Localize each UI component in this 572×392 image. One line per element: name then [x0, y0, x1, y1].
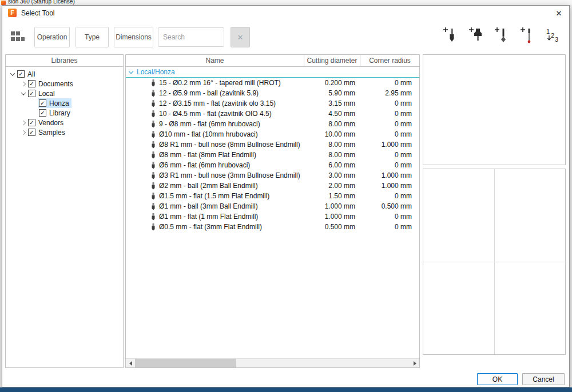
close-button[interactable]: ✕ [553, 7, 565, 19]
group-row-local-honza[interactable]: Local/Honza [126, 67, 419, 78]
cell-name: 12 - Ø3.15 mm - flat (zavitnik olo 3.15) [159, 99, 276, 107]
tool-row[interactable]: 10 - Ø4.5 mm - flat (zavitnik OIO 4.5) 4… [126, 109, 419, 119]
checkbox-icon[interactable]: ✓ [39, 109, 46, 117]
toolbar: Operation Type Dimensions ✕ [2, 21, 569, 54]
cell-name: Ø1 mm - flat (1 mm Flat Endmill) [159, 213, 258, 221]
tool-icon [151, 213, 156, 221]
tree-item-local[interactable]: ✓ Local [6, 89, 123, 98]
library-tree: ✓ All ✓ Documents ✓ Local ✓ Honza ✓ Libr… [6, 67, 123, 137]
tool-icon [151, 193, 156, 200]
checkbox-icon[interactable]: ✓ [28, 119, 35, 126]
cell-name: 15 - Ø0.2 mm 16° - tapered mill (HROT) [159, 79, 281, 87]
cancel-button[interactable]: Cancel [522, 373, 565, 385]
tool-row[interactable]: Ø6 mm - flat (6mm hrubovaci) 6.00 mm 0 m… [126, 160, 419, 170]
group-label: Local/Honza [137, 68, 175, 76]
tool-icon [151, 162, 156, 169]
tree-item-label: Local [38, 90, 55, 98]
cell-corner-radius: 1.000 mm [360, 171, 419, 179]
tree-expander-icon[interactable] [21, 81, 25, 86]
add-turning-tool-button[interactable] [492, 25, 510, 48]
ok-button[interactable]: OK [477, 373, 518, 385]
renumber-tools-button[interactable]: 1 2 3 [544, 25, 561, 48]
cell-name: 12 - Ø5.9 mm - ball (zavitnik 5.9) [159, 89, 259, 97]
tool-icon [151, 182, 156, 190]
checkbox-icon[interactable]: ✓ [28, 90, 35, 97]
dimensions-filter-button[interactable]: Dimensions [114, 27, 153, 47]
scrollbar-thumb[interactable] [135, 359, 236, 367]
tool-icon [151, 203, 156, 210]
tool-table-panel: Name Cutting diameter Corner radius Loca… [125, 54, 420, 368]
renumber-digit-2: 2 [551, 32, 554, 39]
tool-row[interactable]: 12 - Ø3.15 mm - flat (zavitnik olo 3.15)… [126, 98, 419, 109]
add-mill-tool-button[interactable] [441, 25, 458, 48]
column-header-name[interactable]: Name [126, 55, 304, 66]
tree-item-documents[interactable]: ✓ Documents [6, 79, 123, 89]
tool-row[interactable]: Ø0.5 mm - flat (3mm Flat Endmill) 0.500 … [126, 222, 419, 232]
checkbox-icon[interactable]: ✓ [28, 129, 35, 136]
cell-name: Ø1.5 mm - flat (1.5 mm Flat Endmill) [159, 192, 269, 200]
cell-name: 10 - Ø4.5 mm - flat (zavitnik OIO 4.5) [159, 110, 272, 118]
cell-corner-radius: 0 mm [360, 161, 419, 169]
fusion-logo-icon: F [8, 9, 17, 17]
add-probe-button[interactable] [518, 25, 535, 48]
group-collapse-chevron-icon[interactable] [129, 69, 133, 73]
operation-filter-button[interactable]: Operation [34, 27, 70, 47]
clear-search-button[interactable]: ✕ [231, 27, 250, 47]
checkbox-icon[interactable]: ✓ [28, 80, 35, 87]
tool-rows: 15 - Ø0.2 mm 16° - tapered mill (HROT) 0… [126, 78, 419, 232]
tree-item-all[interactable]: ✓ All [6, 69, 123, 79]
column-header-cutting-diameter[interactable]: Cutting diameter [304, 55, 360, 66]
add-holder-button[interactable] [467, 25, 484, 48]
checkbox-icon[interactable]: ✓ [17, 70, 25, 78]
tool-row[interactable]: Ø1 mm - flat (1 mm Flat Endmill) 1.000 m… [126, 211, 419, 222]
tool-row[interactable]: Ø8 R1 mm - bull nose (8mm Bullnose Endmi… [126, 139, 419, 150]
parent-window-bottom-edge [0, 387, 572, 392]
type-filter-button[interactable]: Type [76, 27, 109, 47]
libraries-panel: Libraries ✓ All ✓ Documents ✓ Local ✓ Ho… [5, 54, 124, 368]
tree-expander-icon[interactable] [21, 90, 25, 95]
renumber-digit-3: 3 [555, 36, 558, 43]
column-header-corner-radius[interactable]: Corner radius [360, 55, 419, 66]
cell-cutting-diameter: 1.000 mm [304, 202, 360, 210]
tool-icon [151, 100, 156, 107]
scroll-right-arrow-icon[interactable] [410, 359, 419, 367]
cell-name: Ø1 mm - ball (3mm Ball Endmill) [159, 202, 258, 210]
dialog-titlebar: F Select Tool ✕ [2, 6, 569, 21]
tool-row[interactable]: Ø1.5 mm - flat (1.5 mm Flat Endmill) 1.5… [126, 191, 419, 201]
checkbox-icon[interactable]: ✓ [39, 99, 46, 107]
table-body: Local/Honza 15 - Ø0.2 mm 16° - tapered m… [126, 67, 419, 358]
cell-name: Ø8 mm - flat (8mm Flat Endmill) [159, 151, 256, 159]
parent-window-title: sion 360 (Startup License) [8, 0, 75, 5]
tree-expander-icon[interactable] [10, 71, 14, 75]
tree-item-label: Documents [38, 80, 73, 88]
tool-row[interactable]: 12 - Ø5.9 mm - ball (zavitnik 5.9) 5.90 … [126, 88, 419, 98]
tool-row[interactable]: Ø1 mm - ball (3mm Ball Endmill) 1.000 mm… [126, 201, 419, 211]
cell-name: Ø10 mm - flat (10mm hrubovaci) [159, 130, 258, 138]
table-header: Name Cutting diameter Corner radius [126, 55, 419, 67]
library-view-toggle-icon[interactable] [10, 30, 25, 43]
tool-row[interactable]: 9 - Ø8 mm - flat (6mm hrubovaci) 8.00 mm… [126, 119, 419, 129]
tree-item-honza[interactable]: ✓ Honza [6, 98, 123, 108]
tree-item-library[interactable]: ✓ Library [6, 108, 123, 118]
cell-cutting-diameter: 0.200 mm [304, 79, 360, 87]
cell-name: Ø6 mm - flat (6mm hrubovaci) [159, 161, 250, 169]
tool-row[interactable]: Ø8 mm - flat (8mm Flat Endmill) 8.00 mm … [126, 150, 419, 160]
horizontal-scrollbar[interactable] [126, 358, 419, 367]
tool-row[interactable]: Ø2 mm - ball (2mm Ball Endmill) 2.00 mm … [126, 181, 419, 191]
libraries-header: Libraries [6, 55, 123, 67]
tree-expander-icon[interactable] [21, 130, 25, 134]
tool-row[interactable]: Ø3 R1 mm - bull nose (3mm Bullnose Endmi… [126, 170, 419, 181]
tool-row[interactable]: 15 - Ø0.2 mm 16° - tapered mill (HROT) 0… [126, 78, 419, 88]
dialog-title: Select Tool [21, 9, 54, 17]
tree-item-samples[interactable]: ✓ Samples [6, 127, 123, 137]
tool-row[interactable]: Ø10 mm - flat (10mm hrubovaci) 10.00 mm … [126, 129, 419, 139]
fusion-app-icon [1, 1, 6, 5]
search-input[interactable] [158, 27, 224, 47]
cell-name: Ø2 mm - ball (2mm Ball Endmill) [159, 182, 258, 190]
tree-item-vendors[interactable]: ✓ Vendors [6, 118, 123, 127]
scroll-left-arrow-icon[interactable] [126, 359, 135, 367]
cell-corner-radius: 2.95 mm [360, 89, 419, 97]
cell-name: Ø3 R1 mm - bull nose (3mm Bullnose Endmi… [159, 171, 300, 179]
tree-expander-icon[interactable] [21, 120, 25, 125]
tool-icon [151, 121, 156, 128]
